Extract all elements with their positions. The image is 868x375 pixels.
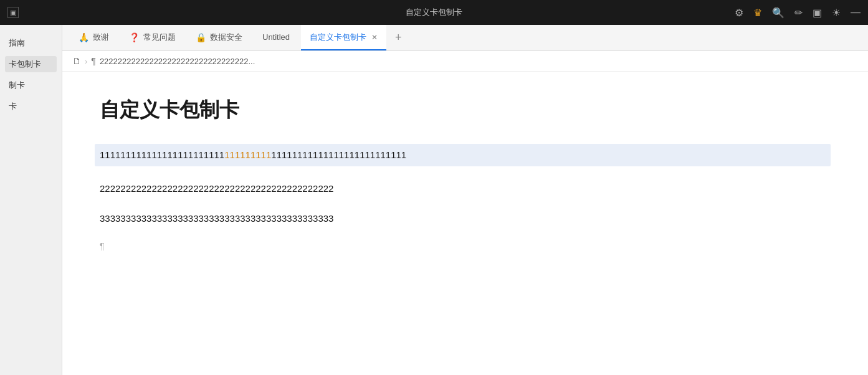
paragraph-mark: ¶: [100, 241, 831, 251]
content-area: 🙏 致谢 ❓ 常见问题 🔒 数据安全 Untitled 自定义卡包制卡 ✕ +: [62, 25, 868, 375]
breadcrumb-doc-icon: 🗋: [72, 56, 81, 66]
window-icon[interactable]: ▣: [7, 7, 19, 18]
tab-thanks-icon: 🙏: [79, 32, 89, 42]
tab-custom-card-label: 自定义卡包制卡: [310, 32, 366, 43]
tab-thanks[interactable]: 🙏 致谢: [70, 25, 118, 50]
tab-untitled[interactable]: Untitled: [254, 25, 298, 50]
layout-icon[interactable]: ▣: [813, 7, 822, 19]
text-before-highlight: 111111111111111111111111: [100, 150, 224, 160]
sidebar-item-card-maker[interactable]: 卡包制卡: [5, 56, 57, 72]
sidebar-item-make-card[interactable]: 制卡: [5, 77, 57, 93]
app-body: 指南 卡包制卡 制卡 卡 🙏 致谢 ❓ 常见问题 🔒 数据安全: [0, 25, 868, 375]
titlebar: ▣ 自定义卡包制卡 ⚙ ♛ 🔍 ✏ ▣ ☀ —: [0, 0, 868, 25]
text-after-highlight: 11111111111111111111111111: [271, 150, 406, 160]
sidebar-item-card[interactable]: 卡: [5, 98, 57, 115]
brightness-icon[interactable]: ☀: [832, 7, 841, 19]
tab-faq-label: 常见问题: [143, 32, 176, 43]
tab-security-label: 数据安全: [210, 32, 242, 43]
tab-thanks-label: 致谢: [93, 32, 109, 43]
tab-security-icon: 🔒: [196, 32, 206, 42]
tab-close-icon[interactable]: ✕: [371, 33, 378, 42]
sidebar: 指南 卡包制卡 制卡 卡: [0, 25, 62, 375]
tab-faq-icon: ❓: [129, 32, 140, 42]
settings-icon[interactable]: ⚙: [735, 7, 743, 19]
minimize-icon[interactable]: —: [851, 7, 861, 18]
sidebar-item-guide[interactable]: 指南: [5, 35, 57, 51]
titlebar-title: 自定义卡包制卡: [406, 7, 462, 18]
text-line-3: 3333333333333333333333333333333333333333…: [100, 211, 831, 226]
titlebar-left: ▣: [7, 7, 19, 18]
text-line-2: 2222222222222222222222222222222222222222…: [100, 181, 831, 196]
crown-icon[interactable]: ♛: [753, 7, 762, 19]
editor[interactable]: 自定义卡包制卡 11111111111111111111111111111111…: [62, 72, 868, 375]
edit-icon[interactable]: ✏: [794, 7, 803, 19]
tab-custom-card[interactable]: 自定义卡包制卡 ✕: [301, 25, 386, 50]
tab-bar: 🙏 致谢 ❓ 常见问题 🔒 数据安全 Untitled 自定义卡包制卡 ✕ +: [62, 25, 868, 51]
breadcrumb-separator: ›: [85, 57, 87, 66]
doc-title: 自定义卡包制卡: [100, 97, 831, 124]
breadcrumb-para-icon: ¶: [91, 56, 96, 66]
text-line-1: 1111111111111111111111111111111111111111…: [95, 144, 831, 166]
breadcrumb-path: 222222222222222222222222222222222...: [100, 57, 255, 66]
tab-faq[interactable]: ❓ 常见问题: [120, 25, 184, 50]
tab-add-button[interactable]: +: [389, 25, 408, 50]
tab-security[interactable]: 🔒 数据安全: [187, 25, 251, 50]
text-highlight: 111111111: [224, 150, 271, 160]
breadcrumb: 🗋 › ¶ 222222222222222222222222222222222.…: [62, 51, 868, 72]
search-icon[interactable]: 🔍: [772, 7, 785, 19]
tab-untitled-label: Untitled: [262, 32, 290, 42]
titlebar-right: ⚙ ♛ 🔍 ✏ ▣ ☀ —: [735, 7, 861, 19]
